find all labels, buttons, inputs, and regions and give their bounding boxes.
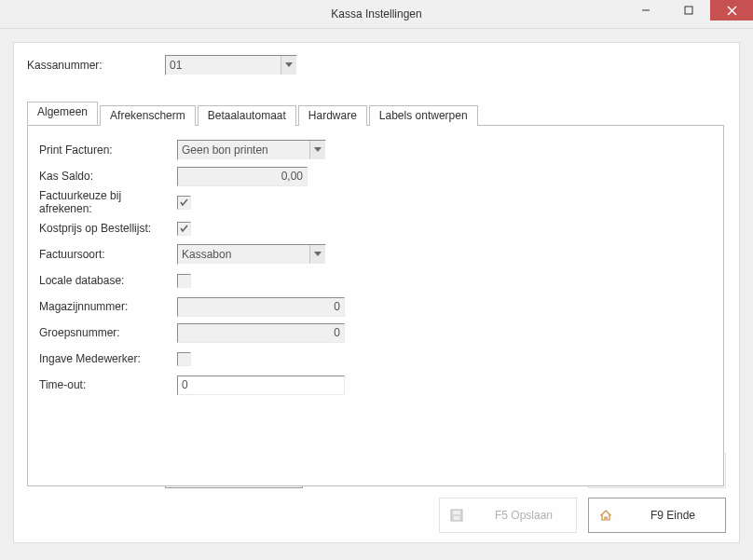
kas-saldo-value: 0,00 bbox=[281, 170, 303, 183]
chevron-down-icon bbox=[281, 56, 296, 75]
minimize-button[interactable] bbox=[624, 0, 667, 20]
tab-afrekenscherm[interactable]: Afrekenscherm bbox=[100, 105, 196, 126]
tab-algemeen[interactable]: Algemeen bbox=[27, 102, 98, 125]
timeout-label: Time-out: bbox=[39, 378, 177, 391]
svg-rect-1 bbox=[685, 7, 692, 14]
print-facturen-select[interactable]: Geen bon printen bbox=[177, 140, 326, 160]
kassanummer-value: 01 bbox=[166, 56, 281, 75]
svg-marker-6 bbox=[314, 252, 322, 256]
kas-saldo-label: Kas Saldo: bbox=[39, 170, 177, 183]
kassanummer-select[interactable]: 01 bbox=[165, 55, 297, 75]
groepsnummer-field[interactable]: 0 bbox=[177, 323, 345, 343]
magazijn-value: 0 bbox=[334, 300, 340, 313]
kostprijs-label: Kostprijs op Bestellijst: bbox=[39, 222, 177, 235]
svg-marker-4 bbox=[285, 62, 293, 67]
einde-label: F9 Einde bbox=[630, 509, 716, 522]
magazijn-field[interactable]: 0 bbox=[177, 297, 345, 317]
print-facturen-value: Geen bon printen bbox=[178, 141, 310, 159]
ingave-medewerker-checkbox[interactable] bbox=[177, 352, 191, 366]
svg-rect-11 bbox=[453, 511, 460, 514]
factuursoort-select[interactable]: Kassabon bbox=[177, 244, 326, 265]
title-bar: Kassa Instellingen bbox=[0, 0, 753, 29]
factuurkeuze-checkbox[interactable] bbox=[177, 196, 191, 210]
close-button[interactable] bbox=[710, 0, 753, 20]
ingave-medewerker-label: Ingave Medewerker: bbox=[39, 352, 177, 365]
maximize-button[interactable] bbox=[667, 0, 710, 20]
timeout-field[interactable]: 0 bbox=[177, 376, 345, 395]
tab-hardware[interactable]: Hardware bbox=[298, 105, 367, 126]
opslaan-label: F5 Opslaan bbox=[481, 509, 567, 522]
main-panel: Kassanummer: 01 Algemeen Afrekenscherm B… bbox=[13, 42, 740, 543]
groepsnummer-label: Groepsnummer: bbox=[39, 326, 177, 339]
magazijn-label: Magazijnnummer: bbox=[39, 300, 177, 313]
factuurkeuze-label: Factuurkeuze bij afrekenen: bbox=[39, 189, 177, 215]
tab-betaalautomaat[interactable]: Betaalautomaat bbox=[198, 105, 296, 126]
window-controls bbox=[624, 0, 753, 20]
kas-saldo-field[interactable]: 0,00 bbox=[177, 167, 308, 186]
factuursoort-value: Kassabon bbox=[178, 245, 310, 264]
kostprijs-checkbox[interactable] bbox=[177, 222, 191, 236]
tab-page-algemeen: Print Facturen: Geen bon printen Kas Sal… bbox=[27, 125, 724, 486]
locale-db-label: Locale database: bbox=[39, 274, 177, 287]
tab-labels[interactable]: Labels ontwerpen bbox=[369, 105, 478, 126]
timeout-value: 0 bbox=[182, 378, 188, 391]
save-icon bbox=[449, 509, 464, 522]
print-facturen-label: Print Facturen: bbox=[39, 143, 177, 157]
svg-marker-13 bbox=[601, 511, 610, 520]
svg-rect-12 bbox=[454, 516, 459, 520]
svg-marker-5 bbox=[314, 147, 322, 152]
kassanummer-label: Kassanummer: bbox=[27, 59, 165, 72]
opslaan-button: F5 Opslaan bbox=[439, 498, 577, 533]
einde-button[interactable]: F9 Einde bbox=[588, 498, 726, 533]
home-icon bbox=[598, 509, 613, 522]
chevron-down-icon bbox=[310, 245, 325, 264]
tab-strip: Algemeen Afrekenscherm Betaalautomaat Ha… bbox=[27, 104, 726, 125]
factuursoort-label: Factuursoort: bbox=[39, 248, 177, 261]
chevron-down-icon bbox=[310, 141, 325, 159]
groepsnummer-value: 0 bbox=[334, 326, 340, 339]
locale-db-checkbox[interactable] bbox=[177, 274, 191, 288]
